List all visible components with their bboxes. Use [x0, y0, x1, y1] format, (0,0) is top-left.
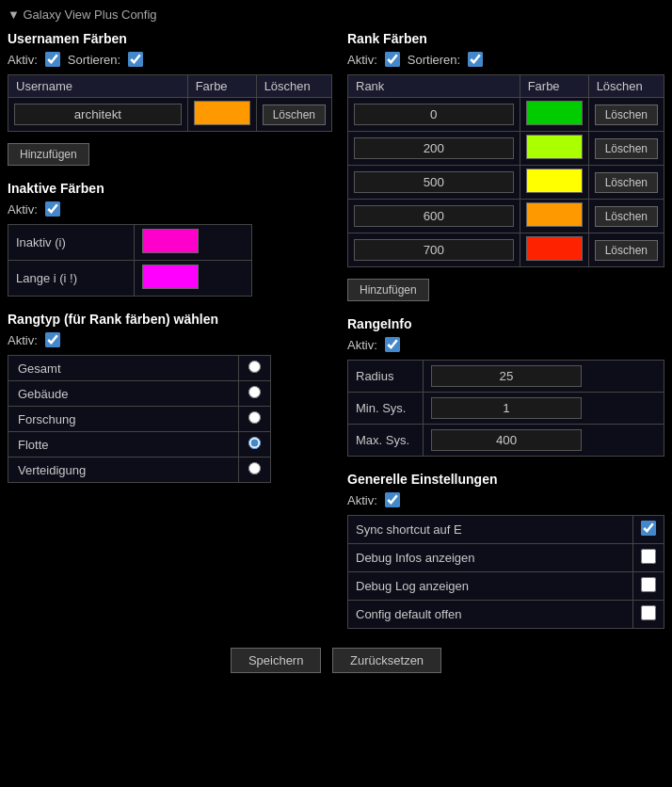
rangtyp-label: Gebäude — [8, 381, 239, 407]
rank-aktiv-label: Aktiv: — [347, 53, 377, 67]
generelle-checkbox[interactable] — [641, 577, 656, 592]
inaktive-farben-section: Inaktive Färben Aktiv: Inaktiv (i) Lange… — [8, 181, 332, 297]
rank-sortieren-label: Sortieren: — [408, 53, 460, 67]
table-row: Löschen — [348, 200, 664, 233]
inaktive-aktiv-label: Aktiv: — [8, 202, 38, 217]
rangeinfo-input[interactable] — [431, 429, 582, 451]
rangtyp-aktiv-checkbox[interactable] — [45, 332, 60, 347]
zuruecksetzen-button[interactable]: Zurücksetzen — [332, 648, 441, 673]
generelle-table: Sync shortcut auf E Debug Infos anzeigen… — [347, 515, 664, 629]
rank-hinzufuegen-button[interactable]: Hinzufügen — [347, 279, 429, 301]
rank-input[interactable] — [354, 171, 514, 193]
usernamen-hinzufuegen-button[interactable]: Hinzufügen — [8, 143, 89, 166]
rank-loeschen-button[interactable]: Löschen — [595, 240, 658, 261]
rank-loeschen-button[interactable]: Löschen — [595, 138, 658, 159]
inaktiv-color-picker[interactable] — [142, 229, 199, 253]
rank-farben-section: Rank Färben Aktiv: Sortieren: Rank Farbe… — [347, 31, 664, 301]
rangtyp-radio[interactable] — [248, 462, 261, 474]
rank-loeschen-button[interactable]: Löschen — [595, 104, 658, 125]
rank-input[interactable] — [354, 137, 514, 159]
rank-input[interactable] — [354, 239, 514, 261]
usernamen-aktiv-checkbox[interactable] — [45, 52, 60, 67]
rank-color-picker[interactable] — [526, 135, 583, 159]
rangtyp-radio[interactable] — [248, 361, 261, 373]
rank-color-picker[interactable] — [526, 101, 583, 125]
generelle-aktiv-label: Aktiv: — [347, 493, 377, 507]
inaktiv-label: Inaktiv (i) — [8, 225, 135, 261]
usernamen-sortieren-checkbox[interactable] — [128, 52, 143, 67]
table-row: Löschen — [348, 98, 664, 132]
list-item: Min. Sys. — [348, 393, 664, 425]
list-item: Gesamt — [8, 356, 271, 381]
usernamen-farben-title: Usernamen Färben — [8, 31, 332, 46]
rangtyp-label: Gesamt — [8, 356, 239, 381]
col-rank: Rank — [348, 75, 520, 98]
rangeinfo-label: Max. Sys. — [348, 425, 424, 457]
rank-input[interactable] — [354, 205, 514, 227]
color-picker[interactable] — [194, 101, 250, 125]
rank-color-picker[interactable] — [526, 236, 583, 261]
list-item: Forschung — [8, 407, 271, 432]
username-input[interactable] — [14, 104, 182, 125]
rangtyp-aktiv-label: Aktiv: — [8, 333, 38, 347]
col-loeschen-u: Löschen — [256, 75, 331, 98]
col-loeschen-r: Löschen — [588, 75, 664, 98]
usernamen-sortieren-label: Sortieren: — [68, 53, 120, 67]
rank-aktiv-checkbox[interactable] — [385, 52, 400, 67]
generelle-checkbox[interactable] — [641, 549, 656, 564]
col-farbe-r: Farbe — [520, 75, 588, 98]
rangeinfo-table: Radius Min. Sys. Max. Sys. — [347, 360, 664, 457]
list-item: Verteidigung — [8, 458, 271, 483]
page-title: ▼ Galaxy View Plus Config — [8, 8, 664, 22]
generelle-label: Sync shortcut auf E — [348, 516, 633, 544]
rangeinfo-label: Radius — [348, 361, 424, 393]
rangtyp-table: Gesamt Gebäude Forschung Flotte Verteidi… — [8, 355, 271, 483]
generelle-aktiv-checkbox[interactable] — [385, 492, 400, 507]
list-item: Lange i (i !) — [8, 261, 252, 297]
inaktiv-label: Lange i (i !) — [8, 261, 135, 297]
loeschen-button[interactable]: Löschen — [263, 104, 326, 125]
table-row: Löschen — [348, 132, 664, 166]
generelle-section: Generelle Einstellungen Aktiv: Sync shor… — [347, 472, 664, 629]
bottom-buttons: Speichern Zurücksetzen — [8, 648, 664, 673]
rangeinfo-title: RangeInfo — [347, 316, 664, 331]
inaktiv-color-picker[interactable] — [142, 265, 199, 289]
inaktive-table: Inaktiv (i) Lange i (i !) — [8, 224, 252, 297]
rangtyp-section: Rangtyp (für Rank färben) wählen Aktiv: … — [8, 312, 332, 483]
list-item: Sync shortcut auf E — [348, 516, 664, 544]
rangtyp-label: Verteidigung — [8, 458, 239, 483]
table-row: Löschen — [348, 166, 664, 200]
rangeinfo-input[interactable] — [431, 365, 582, 387]
rangeinfo-input[interactable] — [431, 397, 582, 419]
rangtyp-label: Forschung — [8, 407, 239, 432]
generelle-checkbox[interactable] — [641, 605, 656, 620]
list-item: Radius — [348, 361, 664, 393]
rank-loeschen-button[interactable]: Löschen — [595, 172, 658, 193]
rangeinfo-aktiv-label: Aktiv: — [347, 338, 377, 352]
generelle-checkbox[interactable] — [641, 521, 656, 536]
rangtyp-radio[interactable] — [248, 411, 261, 424]
inaktive-farben-title: Inaktive Färben — [8, 181, 332, 196]
generelle-label: Config default offen — [348, 601, 633, 629]
rangtyp-label: Flotte — [8, 432, 239, 458]
rank-farben-table: Rank Farbe Löschen Löschen Löschen Lösch… — [347, 74, 664, 267]
rank-color-picker[interactable] — [526, 202, 583, 227]
rangeinfo-aktiv-checkbox[interactable] — [385, 337, 400, 352]
rank-farben-title: Rank Färben — [347, 31, 664, 46]
usernamen-farben-table: Username Farbe Löschen Löschen — [8, 74, 332, 132]
usernamen-farben-section: Usernamen Färben Aktiv: Sortieren: Usern… — [8, 31, 332, 166]
inaktive-aktiv-checkbox[interactable] — [45, 201, 60, 217]
rangtyp-radio[interactable] — [248, 386, 261, 398]
col-username: Username — [8, 75, 188, 98]
list-item: Debug Log anzeigen — [348, 572, 664, 601]
rank-sortieren-checkbox[interactable] — [468, 52, 483, 67]
usernamen-aktiv-label: Aktiv: — [8, 53, 38, 67]
rank-input[interactable] — [354, 104, 514, 125]
rank-loeschen-button[interactable]: Löschen — [595, 206, 658, 227]
table-row: Löschen — [348, 233, 664, 267]
rank-color-picker[interactable] — [526, 169, 583, 193]
rangtyp-radio[interactable] — [248, 437, 261, 449]
speichern-button[interactable]: Speichern — [231, 648, 322, 673]
generelle-title: Generelle Einstellungen — [347, 472, 664, 487]
generelle-label: Debug Infos anzeigen — [348, 544, 633, 572]
